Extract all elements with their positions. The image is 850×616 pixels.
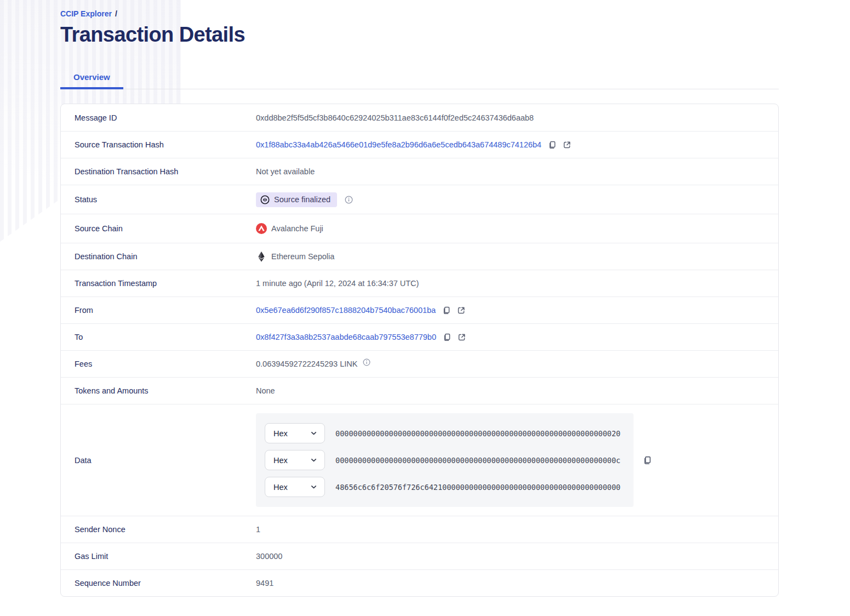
- from-address-link[interactable]: 0x5e67ea6d6f290f857c1888204b7540bac76001…: [256, 306, 436, 315]
- row-label: Sender Nonce: [75, 525, 256, 534]
- encoding-select-value: Hex: [273, 483, 288, 492]
- tokens-and-amounts-value: None: [256, 386, 275, 395]
- fees-info-icon[interactable]: [363, 358, 370, 366]
- row-label: Message ID: [75, 113, 256, 122]
- data-hex-value: 0000000000000000000000000000000000000000…: [335, 429, 620, 438]
- table-row-destination-chain: Destination Chain Ethereum Sepolia: [61, 243, 778, 270]
- ethereum-sepolia-icon: [256, 252, 267, 262]
- table-row-to: To 0x8f427f3a3a8b2537aabde68caab797553e8…: [61, 323, 778, 350]
- table-row-gas-limit: Gas Limit 300000: [61, 543, 778, 569]
- avalanche-fuji-icon: [256, 223, 267, 234]
- row-label: Transaction Timestamp: [75, 279, 256, 288]
- breadcrumb-link-ccip-explorer[interactable]: CCIP Explorer: [60, 9, 112, 18]
- source-chain-name: Avalanche Fuji: [271, 224, 323, 233]
- row-label: Sequence Number: [75, 579, 256, 588]
- copy-icon[interactable]: [443, 333, 451, 341]
- table-row-sequence-number: Sequence Number 9491: [61, 569, 778, 596]
- external-link-icon[interactable]: [458, 333, 466, 341]
- data-hex-line: Hex 48656c6c6f20576f726c6421000000000000…: [265, 477, 625, 497]
- message-id-value: 0xdd8be2f5f5d5cf3b8640c62924025b311ae83c…: [256, 113, 534, 122]
- gas-limit-value: 300000: [256, 552, 282, 561]
- page-content: CCIP Explorer / Transaction Details Over…: [0, 9, 850, 597]
- breadcrumb-separator: /: [115, 9, 117, 18]
- data-hex-box: Hex 000000000000000000000000000000000000…: [256, 413, 634, 507]
- row-label: From: [75, 306, 256, 315]
- encoding-select-value: Hex: [273, 456, 288, 465]
- table-row-destination-transaction-hash: Destination Transaction Hash Not yet ava…: [61, 158, 778, 185]
- chevron-down-icon: [310, 430, 317, 437]
- row-label: Destination Chain: [75, 252, 256, 261]
- source-finalized-icon: [260, 195, 270, 204]
- row-label: Source Transaction Hash: [75, 140, 256, 149]
- status-info-icon[interactable]: [345, 196, 353, 204]
- table-row-transaction-timestamp: Transaction Timestamp 1 minute ago (Apri…: [61, 270, 778, 296]
- encoding-select[interactable]: Hex: [265, 477, 325, 497]
- status-badge-label: Source finalized: [274, 195, 330, 204]
- table-row-fees: Fees 0.06394592722245293 LINK: [61, 350, 778, 377]
- source-transaction-hash-link[interactable]: 0x1f88abc33a4ab426a5466e01d9e5fe8a2b96d6…: [256, 140, 541, 149]
- status-badge: Source finalized: [256, 192, 337, 207]
- data-hex-value: 0000000000000000000000000000000000000000…: [335, 456, 620, 465]
- page-title: Transaction Details: [60, 23, 779, 47]
- destination-transaction-hash-value: Not yet available: [256, 167, 315, 176]
- row-label: Tokens and Amounts: [75, 386, 256, 395]
- tab-overview[interactable]: Overview: [60, 65, 123, 89]
- table-row-source-transaction-hash: Source Transaction Hash 0x1f88abc33a4ab4…: [61, 131, 778, 158]
- copy-icon[interactable]: [442, 306, 450, 315]
- transaction-timestamp-value: 1 minute ago (April 12, 2024 at 16:34:37…: [256, 279, 419, 288]
- row-label: Gas Limit: [75, 552, 256, 561]
- row-label: To: [75, 333, 256, 341]
- chevron-down-icon: [310, 457, 317, 464]
- row-label: Status: [75, 195, 256, 204]
- encoding-select[interactable]: Hex: [265, 423, 325, 443]
- encoding-select-value: Hex: [273, 429, 288, 438]
- table-row-tokens-and-amounts: Tokens and Amounts None: [61, 377, 778, 404]
- transaction-details-table: Message ID 0xdd8be2f5f5d5cf3b8640c629240…: [60, 104, 779, 597]
- table-row-from: From 0x5e67ea6d6f290f857c1888204b7540bac…: [61, 296, 778, 323]
- table-row-message-id: Message ID 0xdd8be2f5f5d5cf3b8640c629240…: [61, 104, 778, 131]
- destination-chain-name: Ethereum Sepolia: [271, 252, 334, 261]
- copy-icon[interactable]: [548, 141, 556, 149]
- row-label: Fees: [75, 360, 256, 368]
- tab-bar: Overview: [60, 65, 779, 89]
- copy-icon[interactable]: [643, 456, 652, 465]
- chevron-down-icon: [310, 483, 317, 490]
- sequence-number-value: 9491: [256, 579, 273, 588]
- data-hex-line: Hex 000000000000000000000000000000000000…: [265, 450, 625, 470]
- to-address-link[interactable]: 0x8f427f3a3a8b2537aabde68caab797553e8779…: [256, 333, 436, 341]
- table-row-data: Data Hex 0000000000000000000000000000000…: [61, 404, 778, 516]
- sender-nonce-value: 1: [256, 525, 260, 534]
- data-hex-value: 48656c6c6f20576f726c64210000000000000000…: [335, 483, 620, 492]
- fees-value: 0.06394592722245293 LINK: [256, 360, 357, 368]
- breadcrumb: CCIP Explorer /: [60, 9, 779, 18]
- row-label: Destination Transaction Hash: [75, 167, 256, 176]
- external-link-icon[interactable]: [457, 306, 465, 315]
- table-row-status: Status Source finalized: [61, 185, 778, 214]
- encoding-select[interactable]: Hex: [265, 450, 325, 470]
- table-row-source-chain: Source Chain Avalanche Fuji: [61, 214, 778, 243]
- row-label: Source Chain: [75, 224, 256, 233]
- table-row-sender-nonce: Sender Nonce 1: [61, 516, 778, 543]
- external-link-icon[interactable]: [563, 141, 571, 149]
- row-label: Data: [75, 456, 256, 465]
- data-hex-line: Hex 000000000000000000000000000000000000…: [265, 423, 625, 443]
